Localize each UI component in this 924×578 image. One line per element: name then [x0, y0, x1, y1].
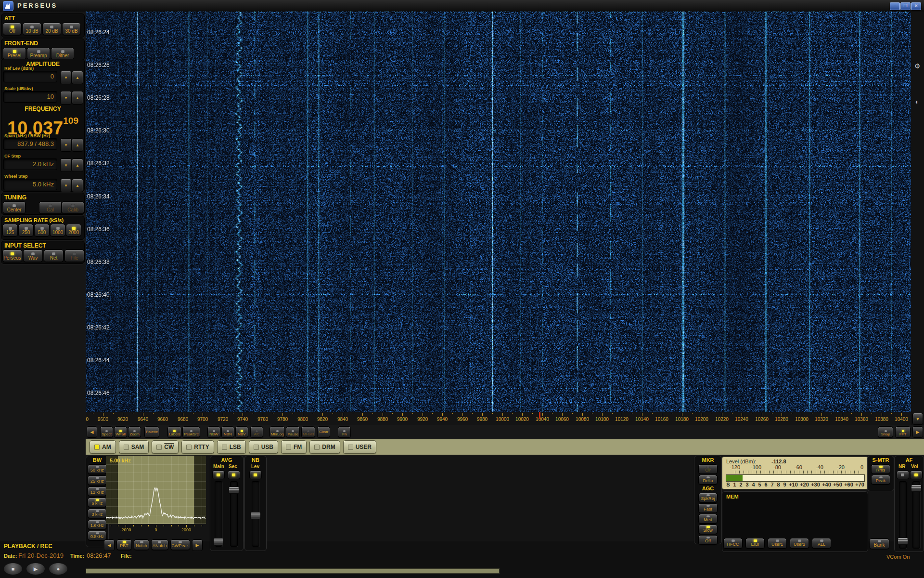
toolbar-afc-button[interactable]: Afc [250, 426, 263, 438]
input-wav-button[interactable]: Wav [23, 250, 43, 262]
frontend-preamp-button[interactable]: Preamp [27, 47, 50, 60]
agc-slow-button[interactable]: Slow [698, 525, 718, 534]
frontend-dither-button[interactable]: Dither [51, 47, 74, 60]
toolbar-fft-button[interactable]: FFT [895, 426, 911, 438]
af-vol-enable-button[interactable] [910, 471, 923, 479]
span-down-icon[interactable]: ▼ [60, 138, 72, 152]
agc-off-button[interactable]: Off [698, 535, 718, 545]
tuning-calib-button[interactable]: Calib [62, 201, 84, 214]
nb-lev-enable-button[interactable] [249, 471, 262, 479]
toolbar-wfall-button[interactable]: WFall [114, 426, 127, 438]
scale-value[interactable]: 10 [3, 91, 57, 103]
att-20-db-button[interactable]: 20 dB [42, 23, 61, 35]
af-nr-enable-button[interactable] [897, 471, 909, 479]
toolbar-clear-button[interactable]: Clear [317, 426, 330, 438]
mode-rtty-button[interactable]: RTTY [181, 440, 214, 454]
toolbar-nbn-button[interactable]: NBN [221, 426, 234, 438]
wheel-step-up-icon[interactable]: ▲ [72, 179, 83, 192]
filter-left-arrow-icon[interactable]: ◀ [104, 539, 115, 551]
minimize-button[interactable]: – [890, 2, 900, 10]
wheel-step-down-icon[interactable]: ▼ [60, 179, 72, 192]
transport-stop-button[interactable]: ■ [3, 563, 23, 575]
mode-sam-button[interactable]: SAM [119, 440, 149, 454]
mem-all-button[interactable]: ALL [812, 538, 831, 549]
filter-pbt-button[interactable]: PBT [116, 539, 132, 550]
avg-sec-enable-button[interactable] [228, 471, 240, 479]
mkr-clr-button[interactable]: Clr [698, 464, 718, 474]
agc-med-button[interactable]: Med [698, 514, 718, 524]
toolbar-peaksrc-button[interactable]: PeakSrc [182, 426, 200, 438]
frontend-presel-button[interactable]: Presel [3, 47, 26, 60]
transport-record-button[interactable]: ● [49, 563, 68, 575]
span-value[interactable]: 837.9 / 488.3 [3, 138, 57, 150]
wheel-step-value[interactable]: 5.0 kHz [3, 179, 57, 190]
smtr-rms-button[interactable]: Rms [871, 464, 890, 474]
filter-cwpeak-button[interactable]: CWPeak [170, 539, 191, 550]
toolbar-fn-button[interactable]: Fn [338, 426, 351, 438]
frequency-axis[interactable]: 9580960096209640966096809700972097409760… [86, 412, 911, 425]
filter-anotch-button[interactable]: ANotch [151, 539, 168, 550]
toolbar-nbw-button[interactable]: NBW [207, 426, 220, 438]
att-30-db-button[interactable]: 30 dB [62, 23, 81, 35]
af-vol-slider[interactable] [912, 481, 920, 549]
filter-right-arrow-icon[interactable]: ▶ [192, 539, 203, 551]
mem-eibi-button[interactable]: EIBI [745, 538, 765, 549]
toolbar-right-arrow-icon[interactable]: ▶ [912, 426, 923, 438]
att-off-button[interactable]: Off [3, 23, 22, 35]
af-nr-slider[interactable] [899, 481, 907, 549]
filter-notch-button[interactable]: Notch [134, 539, 149, 550]
input-net-button[interactable]: Net [44, 250, 64, 262]
slider-thumb[interactable] [898, 538, 908, 545]
toolbar-snap-button[interactable]: Snap [878, 426, 893, 438]
toolbar-pause-button[interactable]: Pause [286, 426, 300, 438]
rate-125-button[interactable]: 125 [2, 224, 18, 236]
slider-thumb[interactable] [213, 538, 224, 545]
toolbar-spect-button[interactable]: Spect [100, 426, 113, 438]
input-file-button[interactable]: File [64, 250, 84, 262]
close-button[interactable]: ✕ [911, 2, 921, 10]
smtr-peak-button[interactable]: Peak [871, 475, 890, 485]
mkr-delta-button[interactable]: Delta [698, 475, 718, 485]
rate-250-button[interactable]: 250 [18, 224, 34, 236]
toolbar-palette-button[interactable]: Palette [144, 426, 159, 438]
mode-drm-button[interactable]: DRM [309, 440, 340, 454]
playback-progress-bar[interactable] [86, 568, 500, 574]
toolbar-nbv-button[interactable]: NBV [235, 426, 248, 438]
mode-user-button[interactable]: USER [343, 440, 376, 454]
slider-thumb[interactable] [250, 512, 261, 519]
tuning-cal-button[interactable]: Cal [39, 201, 62, 214]
slider-thumb[interactable] [229, 486, 239, 494]
settings-gear-icon[interactable]: ⚙ [913, 62, 922, 70]
mem-hfcc-button[interactable]: HFCC [723, 538, 743, 549]
transport-play-button[interactable]: ▶ [26, 563, 45, 575]
avg-main-slider[interactable] [215, 481, 222, 547]
cf-step-up-icon[interactable]: ▲ [72, 158, 83, 172]
scale-up-icon[interactable]: ▲ [72, 91, 83, 105]
nb-lev-slider[interactable] [252, 481, 259, 547]
toolbar-mkrlog-button[interactable]: MkrLog [270, 426, 285, 438]
bank-button[interactable]: Bank [869, 539, 889, 549]
contrast-icon[interactable]: ◐ [913, 97, 922, 106]
mem-user2-button[interactable]: User2 [790, 538, 809, 549]
mode-am-button[interactable]: AM [90, 440, 116, 454]
agc-spkrej-button[interactable]: SpkRej [698, 493, 718, 502]
toolbar-mhold-button[interactable]: MHold [301, 426, 315, 438]
rate-2000-button[interactable]: 2000 [66, 224, 81, 236]
cf-step-value[interactable]: 2.0 kHz [3, 158, 57, 170]
mode-usb-button[interactable]: USB [249, 440, 278, 454]
mode-cw-button[interactable]: CW [152, 440, 179, 454]
scale-down-icon[interactable]: ▼ [60, 91, 72, 105]
toolbar-left-arrow-icon[interactable]: ◀ [87, 426, 97, 438]
att-10-db-button[interactable]: 10 dB [23, 23, 41, 35]
span-up-icon[interactable]: ▲ [72, 138, 83, 152]
waterfall-display[interactable]: 08:26:2408:26:2608:26:2808:26:3008:26:32… [86, 12, 911, 412]
mode-lsb-button[interactable]: LSB [217, 440, 246, 454]
mode-fm-button[interactable]: FM [281, 440, 307, 454]
maximize-button[interactable]: ❐ [900, 2, 911, 10]
ref-lev-down-icon[interactable]: ▼ [60, 71, 72, 84]
waterfall-canvas[interactable] [86, 12, 911, 412]
cf-step-down-icon[interactable]: ▼ [60, 158, 72, 172]
mem-user1-button[interactable]: User1 [768, 538, 787, 549]
avg-main-enable-button[interactable] [212, 471, 225, 479]
filter-shape-plot[interactable] [106, 456, 206, 524]
